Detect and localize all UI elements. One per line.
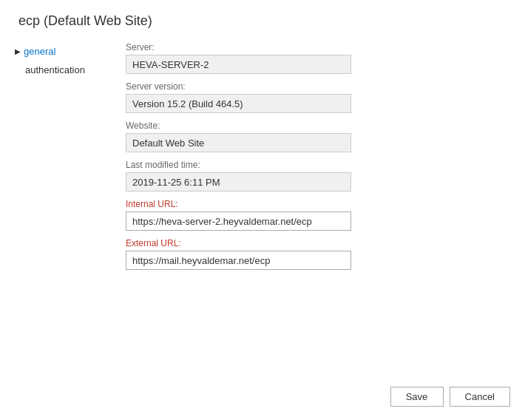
external-url-label: External URL:	[126, 238, 510, 248]
website-field-group: Website: Default Web Site	[126, 121, 510, 152]
server-version-field-group: Server version: Version 15.2 (Build 464.…	[126, 81, 510, 113]
footer-buttons: Save Cancel	[390, 387, 510, 407]
last-modified-label: Last modified time:	[126, 160, 510, 170]
sidebar-item-authentication[interactable]: authentication	[15, 62, 118, 78]
main-content: Server: HEVA-SERVER-2 Server version: Ve…	[118, 42, 510, 376]
cancel-button[interactable]: Cancel	[450, 387, 510, 407]
internal-url-input[interactable]	[126, 211, 351, 231]
server-label: Server:	[126, 42, 510, 52]
sidebar: ▶ general authentication	[15, 42, 118, 376]
server-version-value: Version 15.2 (Build 464.5)	[126, 94, 351, 113]
save-button[interactable]: Save	[390, 387, 444, 407]
page-title: ecp (Default Web Site)	[18, 13, 510, 29]
server-value: HEVA-SERVER-2	[126, 55, 351, 74]
last-modified-field-group: Last modified time: 2019-11-25 6:11 PM	[126, 160, 510, 192]
content-area: ▶ general authentication Server: HEVA-SE…	[15, 42, 510, 376]
server-version-label: Server version:	[126, 81, 510, 92]
website-value: Default Web Site	[126, 133, 351, 152]
external-url-field-group: External URL:	[126, 238, 510, 270]
server-field-group: Server: HEVA-SERVER-2	[126, 42, 510, 74]
internal-url-field-group: Internal URL:	[126, 199, 510, 231]
website-label: Website:	[126, 121, 510, 131]
page-container: ecp (Default Web Site) ▶ general authent…	[0, 0, 525, 420]
internal-url-label: Internal URL:	[126, 199, 510, 209]
chevron-icon: ▶	[15, 47, 21, 55]
sidebar-auth-label: authentication	[25, 64, 85, 75]
last-modified-value: 2019-11-25 6:11 PM	[126, 172, 351, 192]
external-url-input[interactable]	[126, 251, 351, 270]
sidebar-general-label: general	[24, 46, 55, 57]
sidebar-item-general[interactable]: ▶ general	[15, 44, 118, 59]
